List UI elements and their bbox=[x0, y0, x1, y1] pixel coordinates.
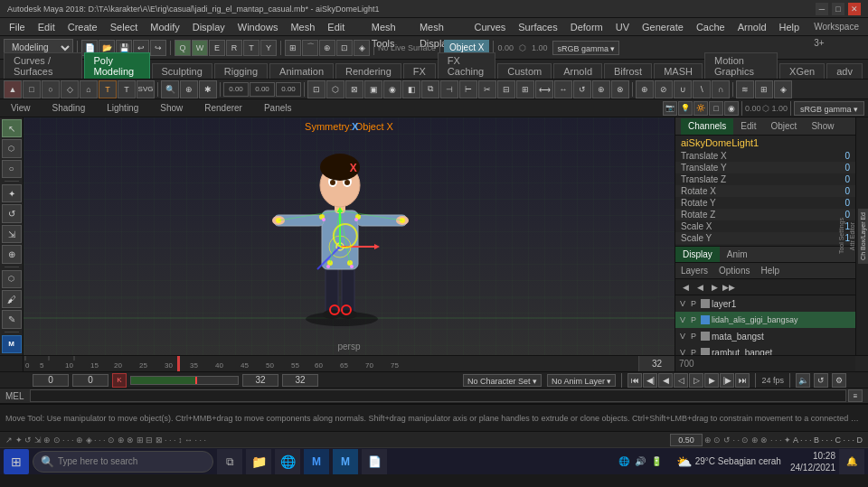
tab-curves-surfaces[interactable]: Curves / Surfaces bbox=[4, 52, 82, 79]
poly-combine-btn[interactable]: ⊕ bbox=[636, 80, 654, 98]
tab-poly-modeling[interactable]: Poly Modeling bbox=[84, 52, 150, 79]
network-icon[interactable]: 🌐 bbox=[618, 456, 629, 466]
shading-menu[interactable]: Shading bbox=[45, 100, 93, 117]
menu-curves[interactable]: Curves bbox=[468, 19, 511, 35]
anim-layer-dropdown[interactable]: No Anim Layer ▾ bbox=[547, 374, 617, 387]
select-tool-btn[interactable]: Q bbox=[175, 40, 191, 56]
poly-offset-btn[interactable]: ⊞ bbox=[516, 80, 534, 98]
layer-nav-left[interactable]: ◀ bbox=[693, 281, 706, 294]
poly-tool-6[interactable]: T bbox=[99, 80, 117, 98]
snap-live-btn[interactable]: ◈ bbox=[354, 40, 370, 56]
renderer-menu[interactable]: Renderer bbox=[197, 100, 250, 117]
poly-tool-10[interactable]: ⊕ bbox=[180, 80, 198, 98]
menu-uv[interactable]: UV bbox=[610, 19, 635, 35]
char-set-dropdown[interactable]: No Character Set ▾ bbox=[463, 374, 542, 387]
lighting-menu[interactable]: Lighting bbox=[99, 100, 146, 117]
tab-adv[interactable]: adv bbox=[826, 63, 863, 79]
poly-extract-btn[interactable]: ⊣ bbox=[440, 80, 458, 98]
poly-bool-diff-btn[interactable]: ∖ bbox=[693, 80, 711, 98]
paint-sel-btn[interactable]: ○ bbox=[2, 160, 22, 178]
layer-add-btn[interactable]: ◀ bbox=[679, 281, 692, 294]
poly-tool-7[interactable]: T bbox=[118, 80, 136, 98]
layer-item-mata[interactable]: V P mata_bangst bbox=[675, 328, 855, 344]
poly-duplicate-btn[interactable]: ⧉ bbox=[421, 80, 439, 98]
menu-file[interactable]: File bbox=[4, 19, 31, 35]
poly-poke-btn[interactable]: ◉ bbox=[383, 80, 401, 98]
channel-rotate-y[interactable]: Rotate Y 0 bbox=[675, 197, 855, 209]
goto-start-btn[interactable]: ⏮ bbox=[627, 373, 642, 388]
taskbar-clock[interactable]: 10:28 24/12/2021 bbox=[790, 450, 835, 473]
vtab-tool-settings[interactable]: Tool Settings bbox=[836, 214, 846, 258]
maya-logo-btn[interactable]: M bbox=[2, 335, 22, 353]
next-key-btn[interactable]: |▶ bbox=[720, 373, 734, 388]
poly-slide-btn[interactable]: ⟷ bbox=[535, 80, 553, 98]
menu-deform[interactable]: Deform bbox=[565, 19, 609, 35]
time-ruler[interactable]: 0 5 10 15 20 25 30 35 40 45 50 55 60 65 … bbox=[24, 356, 638, 371]
poly-spin-btn[interactable]: ↺ bbox=[573, 80, 591, 98]
poly-bridge-btn[interactable]: ⊠ bbox=[345, 80, 363, 98]
poly-split-btn[interactable]: ✂ bbox=[478, 80, 496, 98]
poly-tool-2[interactable]: □ bbox=[23, 80, 41, 98]
vtab-attribute[interactable]: Attr Editor bbox=[847, 219, 857, 254]
settings-btn[interactable]: ⚙ bbox=[832, 373, 846, 388]
poly-extrude-btn[interactable]: ⊡ bbox=[307, 80, 326, 98]
panels-menu[interactable]: Panels bbox=[257, 100, 299, 117]
object-tab[interactable]: Object bbox=[764, 118, 805, 135]
cam-btn[interactable]: 📷 bbox=[663, 101, 677, 116]
start-button[interactable]: ⊞ bbox=[4, 449, 29, 474]
scale-tool-btn[interactable]: R bbox=[226, 40, 242, 56]
tab-fx-caching[interactable]: FX Caching bbox=[438, 52, 495, 79]
menu-select[interactable]: Select bbox=[105, 19, 144, 35]
paint-btn[interactable]: 🖌 bbox=[2, 290, 22, 308]
poly-flip-btn[interactable]: ↔ bbox=[554, 80, 572, 98]
channels-tab[interactable]: Channels bbox=[681, 118, 733, 135]
channel-translate-z[interactable]: Translate Z 0 bbox=[675, 173, 855, 185]
tab-mash[interactable]: MASH bbox=[654, 63, 703, 79]
layer-nav-end[interactable]: ▶▶ bbox=[722, 281, 735, 294]
tab-sculpting[interactable]: Sculpting bbox=[152, 63, 212, 79]
shade-btn[interactable]: 🔆 bbox=[693, 101, 708, 116]
redo-btn[interactable]: ↪ bbox=[150, 40, 166, 56]
retopo-btn[interactable]: ◈ bbox=[774, 80, 792, 98]
poly-detach-btn[interactable]: ⊗ bbox=[611, 80, 629, 98]
autokey-btn[interactable]: K bbox=[112, 373, 127, 388]
move-tool-btn[interactable]: W bbox=[192, 40, 208, 56]
explorer-btn[interactable]: 📁 bbox=[246, 449, 271, 474]
range-end-input[interactable] bbox=[242, 374, 278, 387]
menu-workspace[interactable]: Workspace 3+ bbox=[808, 19, 864, 35]
weather-widget[interactable]: ⛅ 29°C Sebagian cerah bbox=[671, 454, 787, 469]
poly-merge-btn[interactable]: ⊢ bbox=[459, 80, 477, 98]
menu-windows[interactable]: Windows bbox=[232, 19, 284, 35]
show-tab[interactable]: Show bbox=[804, 118, 841, 135]
menu-edit-mesh[interactable]: Edit Mesh bbox=[322, 19, 363, 35]
prev-frame-btn[interactable]: ◀ bbox=[658, 373, 673, 388]
chrome-btn[interactable]: 🌐 bbox=[275, 449, 300, 474]
artisan-btn[interactable]: ✎ bbox=[2, 310, 22, 328]
tab-xgen[interactable]: XGen bbox=[779, 63, 825, 79]
transform-val-input[interactable] bbox=[670, 434, 703, 446]
poly-tool-4[interactable]: ◇ bbox=[61, 80, 79, 98]
display-tab[interactable]: Display bbox=[675, 247, 720, 262]
tab-rendering[interactable]: Rendering bbox=[335, 63, 401, 79]
smooth-shade-btn[interactable]: ◉ bbox=[724, 101, 739, 116]
move-btn[interactable]: ✦ bbox=[2, 184, 22, 202]
menu-mesh-tools[interactable]: Mesh Tools bbox=[366, 19, 412, 35]
poly-tool-9[interactable]: 🔍 bbox=[161, 80, 179, 98]
poly-tool-3[interactable]: ○ bbox=[42, 80, 60, 98]
light-btn[interactable]: 💡 bbox=[678, 101, 693, 116]
view-menu[interactable]: View bbox=[4, 100, 38, 117]
next-frame-btn[interactable]: ▶ bbox=[704, 373, 719, 388]
3d-viewport[interactable]: Symmetry: Object X X persp X bbox=[24, 117, 675, 355]
poly-tool-1[interactable]: ▲ bbox=[4, 80, 22, 98]
gamma-dropdown[interactable]: sRGB gamma ▾ bbox=[552, 41, 619, 55]
poly-bool-union-btn[interactable]: ∪ bbox=[674, 80, 692, 98]
layer-nav-right[interactable]: ▶ bbox=[708, 281, 721, 294]
maya-taskbar-btn[interactable]: M bbox=[304, 449, 329, 474]
poly-bool-int-btn[interactable]: ∩ bbox=[712, 80, 730, 98]
audio-btn[interactable]: 🔈 bbox=[796, 373, 810, 388]
menu-generate[interactable]: Generate bbox=[637, 19, 689, 35]
task-view-btn[interactable]: ⧉ bbox=[217, 449, 242, 474]
loop-btn[interactable]: ↺ bbox=[814, 373, 828, 388]
lasso-btn[interactable]: ⬡ bbox=[2, 139, 22, 157]
poly-bevel-btn[interactable]: ⬡ bbox=[326, 80, 344, 98]
